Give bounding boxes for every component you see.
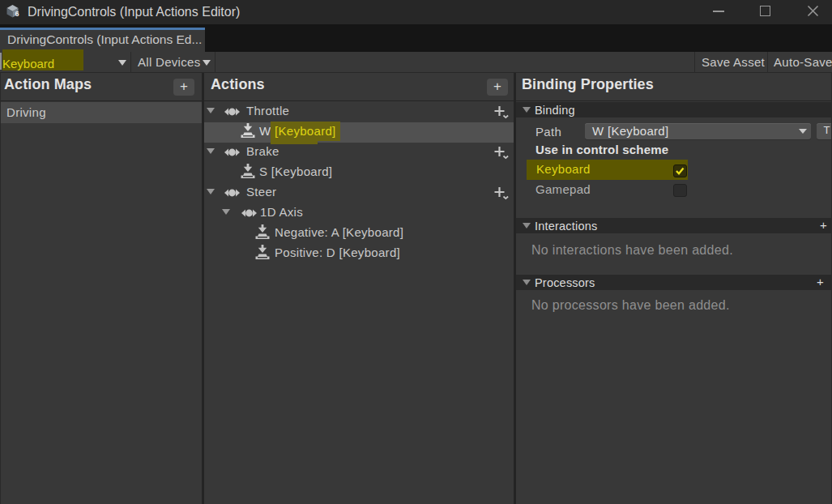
svg-text:6: 6: [15, 10, 19, 18]
